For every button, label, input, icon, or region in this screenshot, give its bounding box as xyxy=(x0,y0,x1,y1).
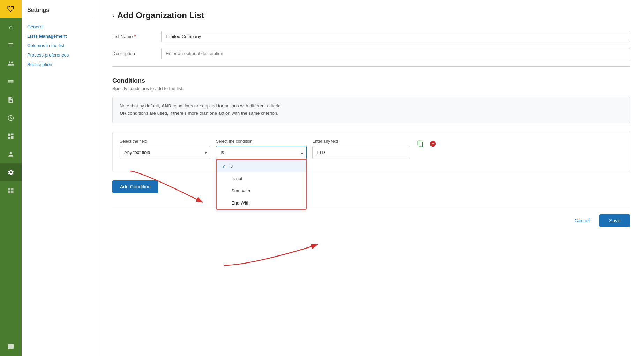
sidebar-item-lists-management[interactable]: Lists Management xyxy=(27,31,92,41)
nav-clock[interactable] xyxy=(0,109,22,127)
footer-actions: Cancel Save xyxy=(112,207,630,227)
text-label: Enter any text xyxy=(312,139,410,144)
info-text-1: Note that by default, xyxy=(120,103,162,109)
nav-chat[interactable] xyxy=(0,338,22,356)
description-label: Description xyxy=(112,51,154,56)
sidebar-item-subscription[interactable]: Subscription xyxy=(27,60,92,69)
text-input-container xyxy=(312,146,410,159)
nav-home[interactable]: ⌂ xyxy=(0,18,22,36)
list-name-input[interactable] xyxy=(161,31,630,42)
nav-bar: 🛡 ⌂ ☰ xyxy=(0,0,22,356)
main-content: ‹ Add Organization List List Name * Desc… xyxy=(98,0,644,356)
nav-users[interactable] xyxy=(0,54,22,73)
action-icons xyxy=(415,139,438,151)
required-marker: * xyxy=(134,34,136,39)
dropdown-item-is[interactable]: ✓ Is xyxy=(217,160,306,172)
copy-icon[interactable] xyxy=(415,139,425,149)
red-arrow-2 xyxy=(220,237,325,272)
condition-label: Select the condition xyxy=(216,139,307,144)
dropdown-label-endwith: End With xyxy=(231,200,250,206)
nav-list[interactable] xyxy=(0,73,22,91)
dropdown-label-startwith: Start with xyxy=(231,188,250,193)
field-select-wrapper: Any text field ▾ xyxy=(120,146,210,159)
info-text-2: conditions are applied for actions with … xyxy=(171,103,282,109)
condition-selector-group: Select the condition Is Is not Start wit… xyxy=(216,139,307,159)
save-button[interactable]: Save xyxy=(599,214,630,227)
app-logo[interactable]: 🛡 xyxy=(0,0,22,18)
list-name-group: List Name * xyxy=(112,31,630,42)
list-name-label: List Name * xyxy=(112,34,154,39)
description-input[interactable] xyxy=(161,48,630,59)
info-text-4: conditions are used, if there's more tha… xyxy=(127,111,278,116)
condition-row-wrapper: Select the field Any text field ▾ Select… xyxy=(112,132,630,172)
page-title: Add Organization List xyxy=(117,10,204,20)
page-header: ‹ Add Organization List xyxy=(112,10,630,20)
section-divider xyxy=(112,66,630,67)
sidebar-item-general[interactable]: General xyxy=(27,22,92,31)
nav-chart[interactable] xyxy=(0,127,22,145)
add-condition-button[interactable]: Add Condition xyxy=(112,180,158,193)
nav-person[interactable] xyxy=(0,145,22,163)
nav-file[interactable] xyxy=(0,91,22,109)
dropdown-label-isnot: Is not xyxy=(231,176,242,181)
delete-icon[interactable] xyxy=(428,139,438,149)
condition-select[interactable]: Is Is not Start with End With xyxy=(216,146,307,159)
info-bold-or: OR xyxy=(120,111,127,116)
conditions-subtitle: Specify conditions to add to the list. xyxy=(112,86,630,91)
condition-dropdown-menu: ✓ Is Is not Start with End With xyxy=(216,159,307,210)
sidebar-item-process[interactable]: Process preferences xyxy=(27,50,92,60)
field-selector-group: Select the field Any text field ▾ xyxy=(120,139,210,159)
condition-row: Select the field Any text field ▾ Select… xyxy=(120,139,623,159)
sidebar-item-columns[interactable]: Columns in the list xyxy=(27,41,92,50)
description-group: Description xyxy=(112,48,630,59)
dropdown-item-isnot[interactable]: Is not xyxy=(217,172,306,185)
conditions-info-box: Note that by default, AND conditions are… xyxy=(112,97,630,123)
text-input[interactable] xyxy=(312,146,410,159)
check-icon: ✓ xyxy=(222,163,226,169)
info-bold-and: AND xyxy=(162,103,171,109)
field-select[interactable]: Any text field xyxy=(120,146,210,159)
sidebar: Settings General Lists Management Column… xyxy=(22,0,98,356)
condition-select-wrapper: Is Is not Start with End With ▴ xyxy=(216,146,307,159)
text-input-group: Enter any text xyxy=(312,139,410,159)
field-label: Select the field xyxy=(120,139,210,144)
back-button[interactable]: ‹ xyxy=(112,12,114,18)
conditions-title: Conditions xyxy=(112,77,630,84)
nav-grid[interactable] xyxy=(0,181,22,200)
cancel-button[interactable]: Cancel xyxy=(569,214,595,227)
nav-menu[interactable]: ☰ xyxy=(0,36,22,54)
dropdown-item-endwith[interactable]: End With xyxy=(217,197,306,209)
dropdown-label-is: Is xyxy=(229,163,233,169)
sidebar-title: Settings xyxy=(27,7,92,17)
nav-settings[interactable] xyxy=(0,163,22,181)
dropdown-item-startwith[interactable]: Start with xyxy=(217,185,306,197)
